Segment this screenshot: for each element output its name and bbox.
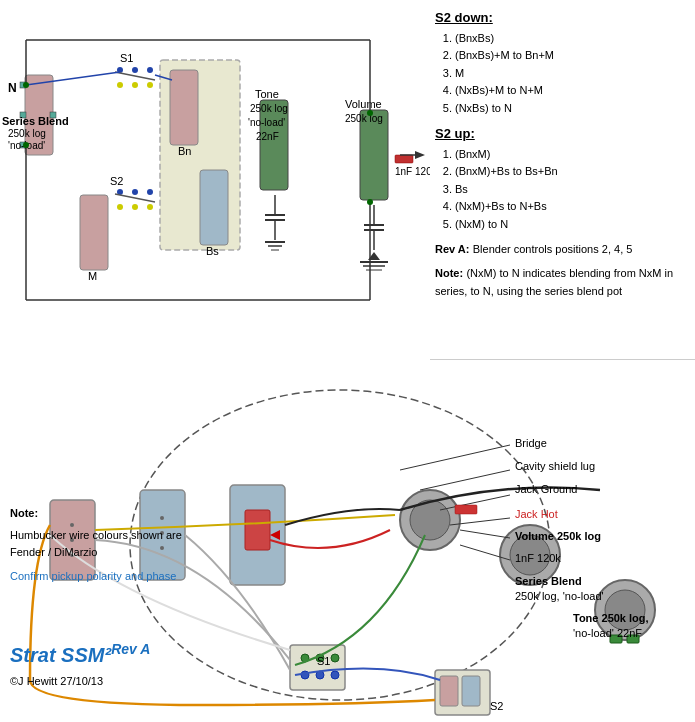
svg-point-68 (367, 199, 373, 205)
svg-rect-45 (395, 155, 413, 163)
title-text: Strat SSM² (10, 644, 111, 666)
s2up-item-1: (BnxM) (455, 146, 690, 163)
s2up-item-4: (NxM)+Bs to N+Bs (455, 198, 690, 215)
note-text: (NxM) to N indicates blending from NxM i… (435, 267, 673, 297)
svg-text:Tone: Tone (255, 88, 279, 100)
s2down-item-2: (BnxBs)+M to Bn+M (455, 47, 690, 64)
tone-label: Tone 250k log, (573, 612, 649, 624)
cap-label: 1nF 120k (515, 552, 561, 564)
note-line3: Confirm pickup polarity and phase (10, 568, 182, 586)
svg-point-22 (132, 189, 138, 195)
svg-text:S1: S1 (120, 52, 133, 64)
jack-ground-label: Jack Ground (515, 483, 577, 495)
bottom-notes: Note: Humbucker wire colours shown are F… (10, 505, 182, 585)
svg-point-12 (132, 82, 138, 88)
s2down-title: S2 down: (435, 8, 690, 28)
svg-text:Bs: Bs (206, 245, 219, 257)
svg-rect-18 (200, 170, 228, 245)
svg-text:Bn: Bn (178, 145, 191, 157)
svg-text:250k log: 250k log (250, 103, 288, 114)
svg-point-67 (367, 110, 373, 116)
bottom-labels: Bridge Cavity shield lug Jack Ground Jac… (0, 360, 695, 722)
s2down-item-5: (NxBs) to N (455, 100, 690, 117)
main-container: N S1 Bn (0, 0, 695, 722)
svg-text:22nF: 22nF (256, 131, 279, 142)
s2down-list: (BnxBs) (BnxBs)+M to Bn+M M (NxBs)+M to … (455, 30, 690, 117)
svg-text:M: M (88, 270, 97, 282)
s2up-item-2: (BnxM)+Bs to Bs+Bn (455, 163, 690, 180)
jack-hot-label: Jack Hot (515, 508, 558, 520)
s2down-item-1: (BnxBs) (455, 30, 690, 47)
cavity-shield-label: Cavity shield lug (515, 460, 595, 472)
s2down-item-4: (NxBs)+M to N+M (455, 82, 690, 99)
strat-title: Strat SSM²Rev A (10, 641, 150, 667)
svg-point-69 (23, 142, 29, 148)
svg-text:'no-load': 'no-load' (248, 117, 285, 128)
bottom-section: Bridge Cavity shield lug Jack Ground Jac… (0, 360, 695, 722)
rev-a-text: Blender controls positions 2, 4, 5 (473, 243, 633, 255)
series-blend-label: Series Blend (515, 575, 582, 587)
svg-point-66 (23, 82, 29, 88)
s2up-item-3: Bs (455, 181, 690, 198)
s2up-item-5: (NxM) to N (455, 216, 690, 233)
notes-area: S2 down: (BnxBs) (BnxBs)+M to Bn+M M (Nx… (435, 8, 690, 300)
svg-point-9 (132, 67, 138, 73)
svg-rect-28 (80, 195, 108, 270)
note-line1: Humbucker wire colours shown are (10, 527, 182, 545)
s2up-list: (BnxM) (BnxM)+Bs to Bs+Bn Bs (NxM)+Bs to… (455, 146, 690, 233)
svg-point-13 (147, 82, 153, 88)
schematic-area: N S1 Bn (0, 0, 430, 360)
top-section: N S1 Bn (0, 0, 695, 360)
note-line2: Fender / DiMarzio (10, 544, 182, 562)
s2down-item-3: M (455, 65, 690, 82)
svg-rect-16 (170, 70, 198, 145)
rev-a-label: Rev A: (435, 243, 469, 255)
series-blend-value: 250k log, 'no-load' (515, 590, 604, 602)
copyright-text: ©J Hewitt 27/10/13 (10, 675, 103, 687)
svg-text:S2: S2 (110, 175, 123, 187)
svg-text:250k log: 250k log (345, 113, 383, 124)
svg-point-24 (117, 204, 123, 210)
bridge-label: Bridge (515, 437, 547, 449)
s2up-title: S2 up: (435, 124, 690, 144)
svg-point-25 (132, 204, 138, 210)
svg-text:N: N (8, 81, 17, 95)
svg-text:Series Blend: Series Blend (2, 115, 69, 127)
s1-label: S1 (317, 655, 330, 667)
svg-point-10 (147, 67, 153, 73)
svg-point-11 (117, 82, 123, 88)
svg-point-23 (147, 189, 153, 195)
svg-text:250k log: 250k log (8, 128, 46, 139)
note-label: Note: (435, 267, 463, 279)
tone-value: 'no-load' 22nF (573, 627, 642, 639)
note-title: Note: (10, 505, 182, 523)
title-sub: Rev A (111, 641, 150, 657)
s2-label: S2 (490, 700, 503, 712)
svg-text:1nF 120k: 1nF 120k (395, 166, 430, 177)
svg-point-26 (147, 204, 153, 210)
svg-text:Volume: Volume (345, 98, 382, 110)
volume-label: Volume 250k log (515, 530, 601, 542)
